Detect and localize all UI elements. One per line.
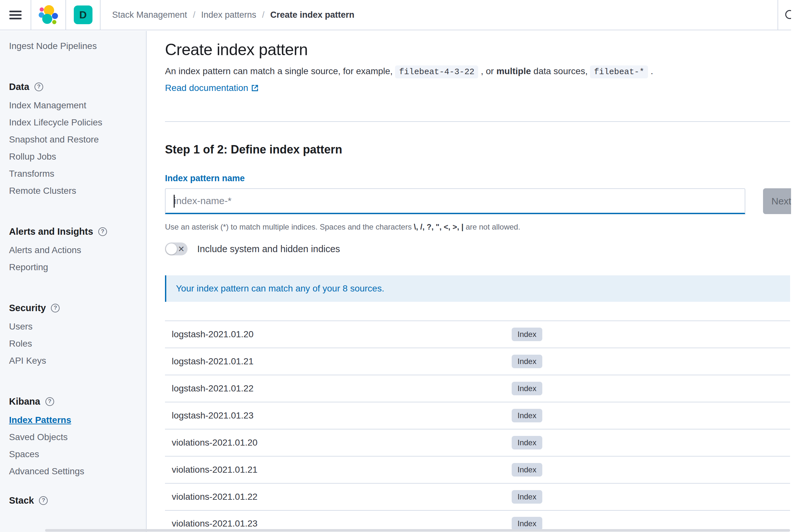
help-question-icon[interactable]: ? [39, 496, 48, 505]
external-link-icon [251, 84, 258, 92]
help-question-icon[interactable]: ? [45, 397, 54, 406]
sidebar-heading-alerts-and-insights: Alerts and Insights? [9, 226, 138, 237]
sidebar-item-roles[interactable]: Roles [9, 338, 138, 349]
sidebar-item-alerts-and-actions[interactable]: Alerts and Actions [9, 245, 138, 256]
sidebar-heading-label: Kibana [9, 396, 40, 407]
sidebar-heading-label: Data [9, 81, 29, 92]
sidebar-section-security: Security?UsersRolesAPI Keys [9, 303, 138, 366]
sidebar-section-kibana: Kibana?Index PatternsSaved ObjectsSpaces… [9, 396, 138, 477]
source-row: logstash-2021.01.23Index [165, 402, 790, 429]
hamburger-icon [9, 9, 21, 21]
source-type-badge: Index [512, 490, 542, 504]
source-row: violations-2021.01.20Index [165, 429, 790, 456]
sidebar-item-ingest-node-pipelines[interactable]: Ingest Node Pipelines [9, 41, 138, 52]
source-type-badge: Index [512, 355, 542, 368]
help-icon[interactable] [785, 10, 791, 19]
source-name: logstash-2021.01.22 [172, 383, 253, 394]
elastic-logo-button[interactable] [31, 0, 66, 30]
include-hidden-toggle[interactable]: ✕ [165, 242, 188, 255]
source-type-badge: Index [512, 517, 542, 530]
breadcrumb-separator: / [193, 10, 195, 20]
source-row: violations-2021.01.22Index [165, 483, 790, 510]
source-name: violations-2021.01.21 [172, 465, 258, 475]
source-row: logstash-2021.01.20Index [165, 321, 790, 348]
section-divider [165, 121, 790, 122]
sidebar-item-index-management[interactable]: Index Management [9, 100, 138, 111]
sidebar-item-index-patterns[interactable]: Index Patterns [9, 415, 138, 425]
page-body: Ingest Node PipelinesData?Index Manageme… [0, 31, 791, 532]
sidebar-item-snapshot-and-restore[interactable]: Snapshot and Restore [9, 134, 138, 145]
toggle-knob [165, 243, 177, 255]
source-name: violations-2021.01.22 [172, 492, 258, 502]
source-name: logstash-2021.01.21 [172, 356, 253, 367]
sidebar-section-data: Data?Index ManagementIndex Lifecycle Pol… [9, 81, 138, 196]
header-divider [100, 0, 101, 30]
source-row: violations-2021.01.23Index [165, 510, 790, 532]
help-question-icon[interactable]: ? [51, 304, 60, 312]
sidebar-item-api-keys[interactable]: API Keys [9, 355, 138, 366]
code-example-single: filebeat-4-3-22 [395, 66, 478, 78]
sidebar-heading-label: Alerts and Insights [9, 226, 93, 237]
next-step-button[interactable]: Next [763, 188, 791, 214]
sidebar-heading-security: Security? [9, 303, 138, 313]
breadcrumb-current: Create index pattern [270, 10, 354, 20]
breadcrumb-index-patterns[interactable]: Index patterns [201, 10, 256, 20]
sidebar-heading-data: Data? [9, 81, 138, 92]
source-name: logstash-2021.01.20 [172, 329, 253, 339]
header-divider [778, 0, 778, 30]
sidebar-section-stack: Stack? [9, 495, 138, 506]
header: D Stack Management / Index patterns / Cr… [0, 0, 791, 30]
sidebar: Ingest Node PipelinesData?Index Manageme… [0, 31, 147, 532]
elastic-logo-icon [39, 5, 58, 25]
source-name: violations-2021.01.23 [172, 518, 258, 529]
sidebar-item-spaces[interactable]: Spaces [9, 449, 138, 460]
sidebar-item-saved-objects[interactable]: Saved Objects [9, 432, 138, 443]
sidebar-item-reporting[interactable]: Reporting [9, 262, 138, 273]
source-type-badge: Index [512, 382, 542, 395]
space-selector: D [66, 0, 100, 30]
sidebar-item-remote-clusters[interactable]: Remote Clusters [9, 185, 138, 196]
sidebar-section: Ingest Node Pipelines [9, 41, 138, 52]
main-content: Create index pattern An index pattern ca… [147, 31, 791, 532]
sources-callout: Your index pattern can match any of your… [165, 275, 790, 302]
breadcrumb-separator: / [262, 10, 264, 20]
source-name: violations-2021.01.20 [172, 437, 258, 448]
horizontal-scrollbar[interactable] [45, 529, 790, 532]
sidebar-item-advanced-settings[interactable]: Advanced Settings [9, 466, 138, 477]
sidebar-item-index-lifecycle-policies[interactable]: Index Lifecycle Policies [9, 117, 138, 128]
sidebar-item-rollup-jobs[interactable]: Rollup Jobs [9, 151, 138, 162]
sidebar-item-transforms[interactable]: Transforms [9, 168, 138, 179]
sidebar-item-users[interactable]: Users [9, 321, 138, 332]
sidebar-heading-label: Security [9, 303, 46, 313]
intro-text: An index pattern can match a single sour… [165, 64, 790, 79]
sidebar-heading-kibana: Kibana? [9, 396, 138, 407]
sidebar-section-alerts-and-insights: Alerts and Insights?Alerts and ActionsRe… [9, 226, 138, 273]
help-question-icon[interactable]: ? [98, 227, 107, 236]
step-heading: Step 1 of 2: Define index pattern [165, 142, 790, 157]
sources-table: logstash-2021.01.20Indexlogstash-2021.01… [165, 321, 790, 532]
input-help-text: Use an asterisk (*) to match multiple in… [165, 223, 790, 232]
read-documentation-link[interactable]: Read documentation [165, 83, 258, 94]
app-window: D Stack Management / Index patterns / Cr… [0, 0, 791, 532]
source-row: violations-2021.01.21Index [165, 456, 790, 483]
include-hidden-toggle-row: ✕ Include system and hidden indices [165, 242, 790, 255]
index-pattern-input[interactable] [165, 188, 745, 214]
source-name: logstash-2021.01.23 [172, 410, 253, 421]
text-cursor [174, 195, 175, 208]
source-type-badge: Index [512, 436, 542, 449]
menu-button[interactable] [0, 0, 31, 30]
space-badge[interactable]: D [74, 5, 92, 24]
source-row: logstash-2021.01.21Index [165, 348, 790, 375]
sidebar-heading-label: Stack [9, 495, 34, 506]
index-pattern-name-label: Index pattern name [165, 173, 790, 183]
code-example-wildcard: filebeat-* [590, 66, 648, 78]
help-question-icon[interactable]: ? [34, 83, 43, 91]
page-title: Create index pattern [165, 40, 790, 59]
source-type-badge: Index [512, 409, 542, 422]
breadcrumb-stack-management[interactable]: Stack Management [112, 10, 187, 20]
source-type-badge: Index [512, 327, 542, 341]
index-pattern-form-row: Next [165, 188, 790, 214]
include-hidden-toggle-label: Include system and hidden indices [197, 244, 340, 254]
toggle-off-x-icon: ✕ [178, 245, 185, 253]
sidebar-heading-stack: Stack? [9, 495, 138, 506]
